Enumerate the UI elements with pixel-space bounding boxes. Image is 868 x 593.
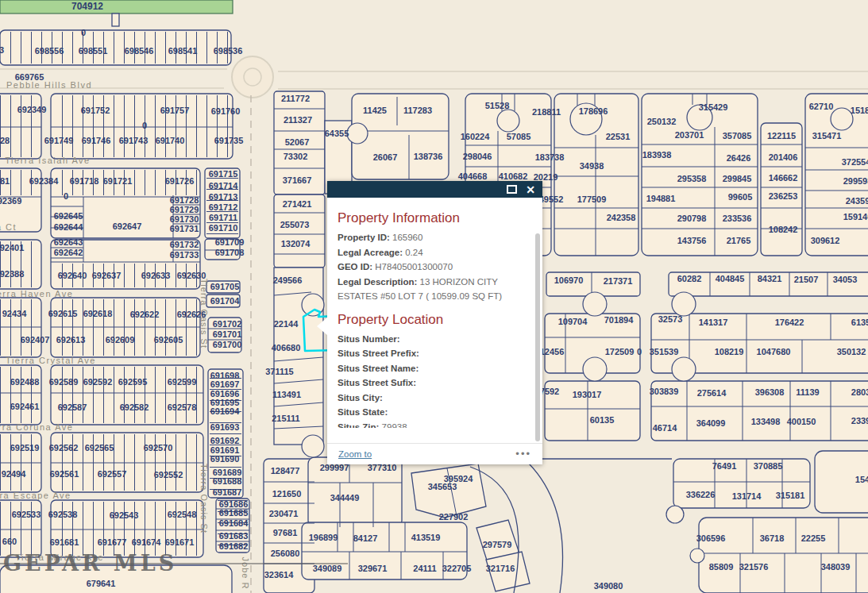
parcel-label: 692543 bbox=[110, 510, 139, 520]
parcel-label: 249566 bbox=[273, 275, 303, 285]
parcel-label: 404668 bbox=[458, 171, 488, 181]
popup-field-label: Property ID: bbox=[338, 233, 390, 242]
parcel-label: 691681 bbox=[50, 537, 79, 547]
close-button[interactable]: ✕ bbox=[525, 184, 536, 195]
parcel-label: 691684 bbox=[219, 518, 249, 528]
parcel-label: 691700 bbox=[213, 340, 242, 349]
parcel-label: 692538 bbox=[48, 510, 78, 519]
parcel-label: 691674 bbox=[132, 537, 161, 547]
maximize-button[interactable] bbox=[506, 184, 517, 195]
parcel-label: 698536 bbox=[214, 46, 243, 56]
popup-field-label: GEO ID: bbox=[338, 262, 372, 271]
parcel-label: 146662 bbox=[769, 173, 798, 183]
parcel-label: 24111 bbox=[413, 564, 436, 573]
parcel-label: 290798 bbox=[677, 214, 707, 223]
parcel-label: 691701 bbox=[213, 329, 242, 339]
parcel-label: 660 bbox=[2, 537, 17, 546]
parcel-label: 0 bbox=[637, 347, 642, 356]
parcel-label: 698541 bbox=[168, 46, 198, 56]
parcel-label: 201406 bbox=[769, 152, 798, 162]
parcel-label: 691671 bbox=[165, 537, 195, 547]
parcel-label: 299598 bbox=[843, 176, 868, 186]
parcel-label: 0 bbox=[142, 121, 147, 130]
parcel-label: 108242 bbox=[769, 225, 798, 234]
parcel-label: 203701 bbox=[675, 130, 704, 140]
parcel-label: 183738 bbox=[535, 152, 565, 162]
parcel-label: 11139 bbox=[796, 387, 819, 397]
more-options-button[interactable]: ••• bbox=[515, 450, 531, 458]
popup-section-heading: Property Information bbox=[338, 210, 530, 226]
parcel-label: 315181 bbox=[776, 491, 805, 500]
parcel-label: 691708 bbox=[215, 248, 245, 257]
parcel-label: 128477 bbox=[271, 466, 300, 476]
parcel-label: 691731 bbox=[170, 224, 199, 233]
parcel-label: 692633 bbox=[141, 271, 171, 280]
gis-parcel-viewer: { "window": {"width": 1093, "height": 74… bbox=[0, 0, 868, 593]
parcel-label: 692589 bbox=[49, 377, 79, 387]
parcel-label: 692622 bbox=[130, 310, 160, 319]
parcel-label: 113491 bbox=[272, 390, 301, 399]
parcel-label: 692384 bbox=[29, 176, 59, 186]
parcel-label: 698556 bbox=[35, 46, 64, 56]
parcel-label: 0 bbox=[81, 28, 86, 37]
parcel-label: 691702 bbox=[213, 319, 242, 329]
parcel-label: 106970 bbox=[554, 275, 584, 285]
parcel-label: 669765 bbox=[15, 72, 44, 82]
parcel-label: 196899 bbox=[309, 533, 338, 542]
parcel-label: 60135 bbox=[590, 415, 615, 425]
parcel-label: 692561 bbox=[50, 469, 79, 479]
parcel-label: 322705 bbox=[442, 564, 472, 573]
parcel-label: 233536 bbox=[723, 214, 752, 223]
popup-section-heading: Property Location bbox=[338, 312, 530, 328]
parcel-label: 36718 bbox=[760, 533, 785, 543]
zoom-to-link[interactable]: Zoom to bbox=[338, 449, 372, 459]
parcel-label: 2803 bbox=[851, 387, 868, 397]
parcel-label: 691740 bbox=[156, 136, 185, 145]
street-label: rra Escape Ave bbox=[0, 491, 71, 500]
popup-scrollbar-thumb[interactable] bbox=[535, 233, 540, 441]
parcel-label: 132074 bbox=[281, 239, 311, 248]
parcel-label: 297579 bbox=[483, 540, 512, 549]
parcel-label: 691752 bbox=[81, 106, 110, 115]
parcel-label: 159146 bbox=[843, 212, 868, 221]
parcel-label: 400150 bbox=[787, 417, 816, 426]
parcel-label: 691715 bbox=[209, 169, 238, 179]
popup-field-label: Legal Description: bbox=[338, 277, 417, 287]
parcel-label: 194881 bbox=[646, 194, 676, 203]
parcel-label: 22144 bbox=[274, 319, 299, 329]
parcel-label: 691718 bbox=[70, 176, 99, 186]
parcel-label: 3 bbox=[0, 45, 4, 55]
parcel-label: 371115 bbox=[265, 367, 294, 376]
parcel-label: 691733 bbox=[170, 250, 199, 260]
parcel-label: 691732 bbox=[170, 240, 199, 249]
parcel-label: 52067 bbox=[285, 137, 310, 147]
parcel-label: 692599 bbox=[168, 377, 197, 387]
parcel-label: 99605 bbox=[728, 192, 753, 202]
parcel-label: 172509 bbox=[605, 347, 635, 356]
parcel-label: 24359 bbox=[846, 196, 868, 206]
parcel-label: 692519 bbox=[10, 443, 40, 452]
parcel-label: 692630 bbox=[177, 271, 206, 280]
parcel-label: 410682 bbox=[499, 171, 528, 181]
street-label: Tierra Isaiah Ave bbox=[5, 156, 90, 165]
parcel-label: 0 bbox=[64, 191, 68, 201]
parcel-label: 309612 bbox=[811, 236, 840, 245]
parcel-label: 691757 bbox=[160, 106, 190, 115]
parcel-label: 133498 bbox=[751, 417, 781, 426]
parcel-label: 691685 bbox=[219, 508, 249, 518]
parcel-label: 275614 bbox=[697, 388, 727, 398]
popup-field: Situs City: bbox=[338, 391, 506, 406]
parcel-label: 691721 bbox=[103, 176, 133, 186]
parcel-label: 404845 bbox=[716, 274, 745, 283]
parcel-label: 211772 bbox=[281, 94, 310, 103]
parcel-label: 323614 bbox=[264, 570, 294, 580]
popup-field: Situs Street Prefix: bbox=[338, 346, 506, 361]
parcel-label: 92401 bbox=[0, 243, 24, 252]
parcel-label: 217371 bbox=[604, 276, 633, 286]
parcel-label: 691690 bbox=[210, 454, 240, 464]
green-parcel bbox=[0, 0, 233, 13]
parcel-label: 34938 bbox=[580, 161, 604, 171]
parcel-label: 315471 bbox=[812, 131, 842, 141]
parcel-label: 64355 bbox=[325, 129, 349, 138]
parcel-label: 2339 bbox=[851, 416, 868, 425]
